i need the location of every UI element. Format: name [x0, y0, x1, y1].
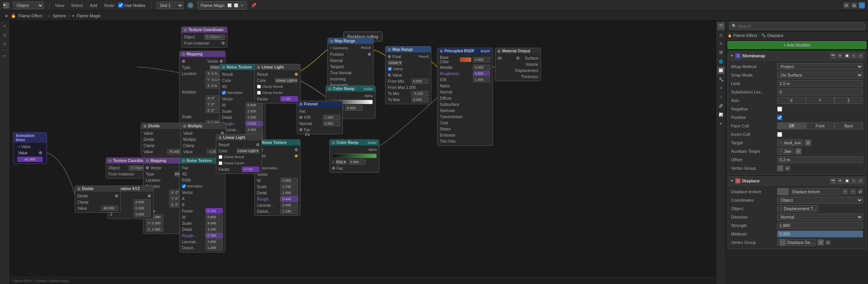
- sw-icon-cam[interactable]: 📷: [830, 53, 836, 59]
- sw-aux-target-x-btn[interactable]: ✕: [795, 148, 801, 154]
- sw-icon-x[interactable]: ✕: [858, 53, 864, 59]
- node-linear-light-2[interactable]: Linear Light Result Color Linear Light ▾…: [216, 134, 262, 174]
- pin-icon[interactable]: 📌: [251, 3, 257, 8]
- layout-icon3[interactable]: 🌐: [859, 2, 865, 8]
- breadcrumb-sphere[interactable]: Sphere: [53, 13, 66, 18]
- props-tab-object[interactable]: ⬜: [717, 67, 725, 74]
- cr2-mode[interactable]: Pins ▾: [336, 160, 347, 165]
- node-material-output[interactable]: Material Output All Surface Volume Displ…: [495, 48, 541, 81]
- view-menu[interactable]: View: [55, 3, 64, 8]
- sw-positive-cb[interactable]: [777, 115, 782, 120]
- node-map-range-2[interactable]: Map Range Float Result Linear ▾ Clamp: [385, 46, 431, 104]
- layout-icon1[interactable]: ⊞: [843, 2, 850, 8]
- pbsdf-color-swatch[interactable]: [460, 57, 471, 62]
- tc1-object-field[interactable]: Object ✎: [204, 35, 225, 40]
- sidebar-toggle[interactable]: ◀: [3, 13, 8, 18]
- add-modifier-button[interactable]: + Add Modifier: [728, 41, 866, 49]
- disp-texture-name[interactable]: Displace texture: [790, 188, 841, 195]
- sw-axis-z[interactable]: Z: [835, 97, 863, 104]
- props-tab-render[interactable]: 🎬: [717, 22, 725, 30]
- props-tab-world[interactable]: 🌐: [717, 58, 725, 65]
- sw-limit-value[interactable]: 1.5 m: [777, 80, 863, 87]
- cr2-gradient[interactable]: [332, 154, 377, 158]
- sw-facecull-front[interactable]: Front: [806, 122, 834, 129]
- sidebar-icon-select[interactable]: ↖: [1, 22, 9, 30]
- search-box[interactable]: 🔍: [729, 22, 865, 30]
- disp-icon-x[interactable]: ✕: [858, 178, 864, 184]
- props-tab-output[interactable]: 🖨: [717, 31, 725, 39]
- sw-negative-cb[interactable]: [777, 107, 782, 112]
- search-input[interactable]: [738, 24, 862, 28]
- sw-icon-edit[interactable]: ✎: [851, 53, 857, 59]
- sw-axis-x[interactable]: X: [777, 97, 806, 104]
- node-editor[interactable]: Backface culling Animation timer: [10, 21, 716, 284]
- node-divide-1[interactable]: Divide Value Divide Clamp Value 75.000: [141, 123, 187, 156]
- use-nodes-toggle[interactable]: Use Nodes: [118, 3, 145, 8]
- node-color-ramp-2[interactable]: Color Ramp Color Alpha 2 Pins ▾ 0.909 Fa…: [329, 139, 379, 173]
- mr2-linear-val[interactable]: Linear ▾: [388, 60, 402, 65]
- props-tab-constraints[interactable]: 🔗: [717, 102, 725, 110]
- sw-snap-mode-select[interactable]: On Surface: [777, 72, 863, 79]
- add-menu[interactable]: Add: [90, 3, 97, 8]
- disp-midlevel-value[interactable]: 0.800: [777, 231, 863, 237]
- sw-target-name[interactable]: ▽ skull_low: [777, 139, 803, 146]
- layout-icon2[interactable]: ▤: [851, 2, 857, 8]
- sw-target-x-btn[interactable]: ✕: [805, 140, 811, 146]
- disp-icon-eye[interactable]: 👁: [837, 178, 843, 184]
- props-tab-scene[interactable]: 🎬: [717, 49, 725, 57]
- displace-expand-icon[interactable]: ▼: [730, 179, 734, 183]
- sidebar-icon-box[interactable]: ⊡: [1, 31, 9, 39]
- sw-invert-cull-cb[interactable]: [777, 132, 782, 137]
- node-divide-2[interactable]: Divide Divide Clamp Value -60.000: [75, 185, 121, 213]
- props-tab-modifier[interactable]: 🔧: [717, 75, 725, 83]
- sw-wrap-method-select[interactable]: Project: [777, 63, 863, 70]
- anim-value-box[interactable]: 61.000: [17, 157, 43, 162]
- sw-offset-value[interactable]: 0.2 m: [777, 156, 863, 163]
- mod-breadcrumb-displace[interactable]: Displace: [767, 33, 783, 38]
- breadcrumb-flame[interactable]: Flame Effect: [18, 13, 42, 18]
- select-menu[interactable]: Select: [71, 3, 83, 8]
- disp-coords-select[interactable]: Object: [777, 197, 863, 204]
- disp-icon-edit[interactable]: ✎: [851, 178, 857, 184]
- props-tab-material[interactable]: ●: [717, 120, 725, 127]
- sw-icon-render[interactable]: 🔲: [844, 53, 850, 59]
- props-tab-view[interactable]: 👁: [717, 40, 725, 48]
- node-principled-bsdf[interactable]: Principled BSDF BSDF Base Color 0.000 Me…: [437, 48, 493, 146]
- node-linear-light-1[interactable]: Linear Light Result Color Linear Light ▾…: [254, 64, 300, 104]
- disp-icon-cam[interactable]: 📷: [830, 178, 836, 184]
- disp-tex-expand[interactable]: ⇌: [858, 189, 863, 194]
- props-tab-data[interactable]: 📊: [717, 111, 725, 119]
- props-tab-particles[interactable]: ✦: [717, 84, 725, 92]
- sw-facecull-off[interactable]: Off: [777, 122, 806, 129]
- disp-strength-value[interactable]: 1.880: [777, 222, 863, 229]
- props-tab-physics[interactable]: ⚛: [717, 93, 725, 101]
- ll2-color-val[interactable]: Linear Light ▾: [237, 149, 259, 154]
- disp-vg-name[interactable]: ⋮⋮ Displace Ge...: [777, 239, 816, 246]
- disp-direction-select[interactable]: Normal: [777, 214, 863, 221]
- node-fresnel[interactable]: Fresnel Fac IOR 1.000 Normal 0.091 Fac: [297, 101, 343, 134]
- anim-timer-node[interactable]: Animation timer ▿ Value Value 61.000: [13, 132, 47, 164]
- node-texture-coord-1[interactable]: Texture Coordinate Object Object ✎ From …: [181, 27, 227, 48]
- sidebar-icon-lasso[interactable]: ⊙: [1, 40, 9, 48]
- slot-select[interactable]: Slot 1: [157, 2, 184, 9]
- sw-facecull-back[interactable]: Back: [835, 122, 863, 129]
- disp-vg-expand[interactable]: ⇌: [825, 240, 831, 245]
- node-menu[interactable]: Node: [104, 3, 114, 8]
- sw-axis-y[interactable]: Y: [806, 97, 834, 104]
- breadcrumb-material[interactable]: Flame Magic: [77, 13, 101, 18]
- sw-aux-target-name[interactable]: ▽ Jaw: [777, 148, 794, 155]
- sidebar-icon-cut[interactable]: ✂: [1, 52, 9, 60]
- disp-tex-new[interactable]: +: [850, 189, 856, 195]
- disp-vg-x-btn[interactable]: ✕: [818, 239, 824, 246]
- mod-breadcrumb-flame[interactable]: Flame Effect: [733, 33, 757, 38]
- disp-icon-render[interactable]: 🔲: [844, 178, 850, 184]
- sw-vg-expand[interactable]: ⇌: [785, 165, 790, 171]
- sw-subdiv-value[interactable]: 0: [777, 89, 863, 95]
- mode-select[interactable]: Object: [13, 2, 44, 9]
- sw-icon-eye[interactable]: 👁: [837, 53, 843, 59]
- shrinkwrap-expand-icon[interactable]: ▼: [730, 54, 734, 58]
- disp-texture-preview[interactable]: [777, 188, 789, 195]
- engine-close[interactable]: ✕: [240, 3, 244, 7]
- ll1-color-val[interactable]: Linear Light ▾: [275, 78, 298, 83]
- disp-tex-x[interactable]: ✕: [842, 189, 848, 195]
